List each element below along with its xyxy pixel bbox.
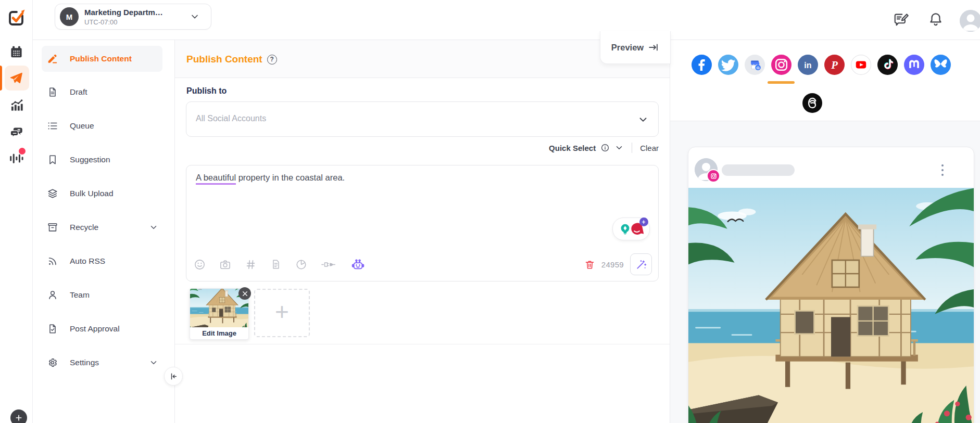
archive-box-icon (47, 222, 58, 233)
notes-icon[interactable] (270, 259, 282, 270)
grammar-highlight[interactable]: A beautiful (196, 173, 236, 185)
mastodon-icon[interactable] (904, 55, 924, 75)
trash-icon[interactable] (584, 259, 595, 270)
user-avatar[interactable] (960, 10, 980, 32)
sidebar-item-recycle[interactable]: Recycle (42, 214, 162, 240)
sidebar-item-label: Recycle (70, 223, 98, 232)
camera-media-icon[interactable] (219, 259, 231, 271)
sidebar-item-team[interactable]: Team (42, 282, 162, 308)
instagram-badge-icon (707, 169, 720, 183)
remove-image-icon[interactable] (238, 287, 251, 300)
linkedin-icon[interactable]: in (798, 55, 818, 75)
page-title: Publish Content (186, 54, 262, 65)
bluesky-icon[interactable] (931, 55, 951, 75)
arrow-right-bar-icon (648, 42, 659, 53)
chevron-down-icon (149, 223, 158, 232)
panel-divider (670, 40, 670, 423)
workspace-timezone: UTC-07:00 (84, 18, 118, 26)
workspace-name: Marketing Departm… (84, 8, 163, 17)
threads-icon[interactable] (802, 93, 822, 113)
network-tabs: G in P (692, 55, 951, 75)
chevron-down-icon (149, 358, 158, 367)
username-placeholder (722, 164, 795, 176)
listening-nav-icon[interactable] (0, 151, 32, 165)
utm-pie-icon[interactable] (295, 259, 307, 271)
engage-nav-icon[interactable] (0, 125, 32, 139)
youtube-icon[interactable] (851, 55, 871, 75)
compose-message-icon[interactable] (894, 11, 909, 27)
sidebar-item-auto-rss[interactable]: Auto RSS (42, 248, 162, 274)
facebook-icon[interactable] (692, 55, 712, 75)
notifications-bell-icon[interactable] (928, 11, 944, 27)
person-icon (47, 289, 58, 301)
publish-to-label: Publish to (186, 86, 227, 96)
layers-icon (47, 188, 58, 199)
workspace-selector[interactable]: M Marketing Departm… UTC-07:00 (55, 4, 211, 30)
calendar-nav-icon[interactable] (0, 45, 32, 59)
app: M Marketing Departm… UTC-07:00 (0, 0, 980, 423)
emoji-icon[interactable] (194, 259, 206, 271)
sidebar-item-bulk-upload[interactable]: Bulk Upload (42, 181, 162, 207)
sidebar-item-suggestion[interactable]: Suggestion (42, 147, 162, 173)
preview-button[interactable]: Preview (600, 31, 671, 64)
analytics-nav-icon[interactable] (0, 98, 32, 112)
instagram-icon[interactable] (771, 55, 791, 75)
google-business-icon[interactable]: G (745, 55, 765, 75)
collapse-sidebar-button[interactable] (164, 367, 183, 386)
sidebar-item-label: Queue (70, 121, 94, 131)
sidebar-item-label: Publish Content (70, 54, 132, 63)
sidebar-item-label: Draft (70, 87, 87, 97)
active-network-underline (768, 81, 795, 84)
composer-text-rest: property in the coastal area. (236, 173, 345, 182)
publish-nav-icon[interactable] (0, 71, 32, 85)
gear-icon (47, 357, 58, 368)
workspace-avatar: M (60, 7, 79, 26)
sidebar-item-settings[interactable]: Settings (42, 350, 162, 376)
plus-badge-icon: + (639, 217, 648, 226)
add-workspace-button[interactable] (10, 409, 27, 423)
edit-image-button[interactable]: Edit Image (190, 327, 248, 339)
sidebar-item-queue[interactable]: Queue (42, 113, 162, 139)
kebab-menu-icon[interactable] (937, 161, 948, 180)
sidebar-item-draft[interactable]: Draft (42, 79, 162, 105)
rss-icon (47, 255, 58, 267)
sidebar-item-publish-content[interactable]: Publish Content (42, 46, 162, 72)
quick-select-row: Quick Select Clear (186, 141, 659, 155)
composer-text[interactable]: A beautiful property in the coastal area… (196, 173, 345, 183)
sidebar-item-post-approval[interactable]: Post Approval (42, 316, 162, 342)
divider (632, 143, 632, 153)
integrations-plug-icon[interactable] (321, 259, 337, 271)
help-icon[interactable]: ? (267, 55, 277, 65)
info-icon[interactable] (600, 143, 610, 152)
champ-ai-icon: + (629, 221, 645, 237)
tiktok-icon[interactable] (877, 55, 898, 75)
sidebar-item-label: Team (70, 290, 90, 300)
sidebar-item-label: Suggestion (70, 155, 110, 164)
ai-suggestion-widget[interactable]: + (612, 217, 650, 240)
hashtag-icon[interactable] (245, 259, 257, 271)
sidebar-item-label: Bulk Upload (70, 189, 114, 198)
pinterest-icon[interactable]: P (824, 55, 845, 75)
document-check-icon (47, 323, 58, 335)
sidebar-divider (174, 40, 175, 423)
twitter-icon[interactable] (718, 55, 738, 75)
page-title-row: Publish Content ? (186, 54, 277, 65)
composer-section-divider (175, 344, 670, 344)
accounts-select[interactable]: All Social Accounts (186, 101, 659, 137)
pencil-icon (47, 53, 58, 65)
chevron-down-icon (190, 11, 200, 22)
clear-button[interactable]: Clear (640, 144, 659, 152)
post-preview-card (688, 147, 974, 423)
magic-wand-button[interactable] (630, 253, 652, 275)
ai-robot-icon[interactable] (351, 258, 365, 272)
composer[interactable]: A beautiful property in the coastal area… (186, 165, 659, 281)
chevron-down-icon[interactable] (614, 143, 624, 152)
quick-select-button[interactable]: Quick Select (549, 144, 596, 152)
bookmark-icon (47, 154, 58, 165)
svg-text:in: in (804, 60, 811, 70)
char-count: 24959 (601, 260, 624, 269)
icon-rail (0, 0, 33, 423)
app-logo-icon (7, 8, 26, 27)
add-media-button[interactable]: + (254, 289, 310, 337)
title-divider (175, 78, 670, 78)
